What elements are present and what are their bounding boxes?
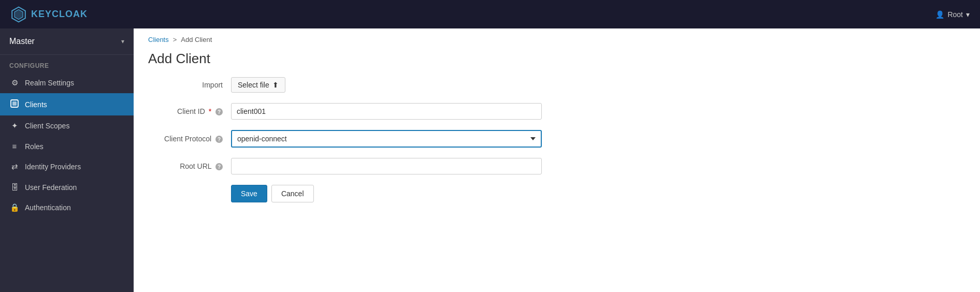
content-area: Clients > Add Client Add Client Import S… bbox=[134, 28, 980, 292]
sidebar-item-label: Clients bbox=[25, 100, 47, 109]
configure-label: Configure bbox=[0, 55, 134, 72]
form-buttons: Save Cancel bbox=[231, 185, 965, 202]
client-scopes-icon: ✦ bbox=[9, 121, 20, 130]
sidebar-item-clients[interactable]: Clients bbox=[0, 93, 134, 115]
breadcrumb: Clients > Add Client bbox=[134, 28, 980, 43]
client-protocol-select[interactable]: openid-connect saml bbox=[231, 130, 542, 148]
cancel-button[interactable]: Cancel bbox=[271, 185, 314, 202]
page-title: Add Client bbox=[134, 43, 980, 77]
select-file-button[interactable]: Select file ⬆ bbox=[231, 77, 285, 93]
client-protocol-help-icon[interactable]: ? bbox=[215, 136, 223, 143]
sidebar-item-label: User Federation bbox=[25, 183, 77, 192]
import-label: Import bbox=[148, 81, 231, 89]
roles-icon: ≡ bbox=[9, 142, 20, 151]
authentication-icon: 🔒 bbox=[9, 203, 20, 212]
sidebar-item-roles[interactable]: ≡ Roles bbox=[0, 136, 134, 156]
breadcrumb-separator: > bbox=[173, 36, 177, 43]
logo: KEYCLOAK bbox=[10, 6, 88, 23]
svg-rect-4 bbox=[12, 101, 17, 106]
sidebar-item-label: Authentication bbox=[25, 203, 71, 212]
client-id-label: Client ID * ? bbox=[148, 107, 231, 116]
root-url-row: Root URL ? bbox=[148, 158, 965, 174]
sidebar-item-client-scopes[interactable]: ✦ Client Scopes bbox=[0, 115, 134, 136]
client-id-help-icon[interactable]: ? bbox=[215, 108, 223, 115]
upload-icon: ⬆ bbox=[272, 81, 279, 89]
root-url-help-icon[interactable]: ? bbox=[215, 163, 223, 170]
user-icon: 👤 bbox=[935, 10, 944, 19]
sidebar-item-authentication[interactable]: 🔒 Authentication bbox=[0, 197, 134, 218]
breadcrumb-current: Add Client bbox=[181, 36, 212, 43]
sidebar-item-label: Client Scopes bbox=[25, 122, 69, 130]
main-layout: Master ▾ Configure ⚙ Realm Settings Clie… bbox=[0, 28, 980, 292]
realm-chevron-icon: ▾ bbox=[121, 38, 124, 45]
user-menu[interactable]: 👤 Root ▾ bbox=[935, 10, 970, 19]
sidebar-item-user-federation[interactable]: 🗄 User Federation bbox=[0, 177, 134, 197]
select-file-label: Select file bbox=[238, 81, 269, 89]
sidebar-item-label: Roles bbox=[25, 142, 44, 151]
clients-icon bbox=[9, 99, 20, 110]
realm-selector[interactable]: Master ▾ bbox=[0, 28, 134, 55]
client-id-row: Client ID * ? bbox=[148, 103, 965, 120]
logo-text: KEYCLOAK bbox=[31, 9, 88, 20]
sidebar-item-label: Identity Providers bbox=[25, 163, 81, 171]
root-url-label: Root URL ? bbox=[148, 162, 231, 171]
root-url-input[interactable] bbox=[231, 158, 542, 174]
realm-settings-icon: ⚙ bbox=[9, 78, 20, 87]
import-row: Import Select file ⬆ bbox=[148, 77, 965, 93]
sidebar-item-identity-providers[interactable]: ⇄ Identity Providers bbox=[0, 156, 134, 177]
user-chevron-icon: ▾ bbox=[966, 10, 970, 19]
client-protocol-label: Client Protocol ? bbox=[148, 135, 231, 143]
topnav: KEYCLOAK 👤 Root ▾ bbox=[0, 0, 980, 28]
save-button[interactable]: Save bbox=[231, 185, 267, 202]
user-federation-icon: 🗄 bbox=[9, 183, 20, 192]
client-id-required: * bbox=[209, 107, 211, 115]
form-area: Import Select file ⬆ Client ID * ? Clien… bbox=[134, 77, 980, 217]
keycloak-logo-icon bbox=[10, 6, 27, 23]
breadcrumb-parent[interactable]: Clients bbox=[148, 36, 169, 43]
sidebar-item-label: Realm Settings bbox=[25, 79, 74, 87]
realm-name: Master bbox=[9, 37, 35, 46]
client-id-input[interactable] bbox=[231, 103, 542, 120]
user-label: Root bbox=[947, 10, 963, 19]
client-protocol-row: Client Protocol ? openid-connect saml bbox=[148, 130, 965, 148]
identity-providers-icon: ⇄ bbox=[9, 162, 20, 171]
sidebar-item-realm-settings[interactable]: ⚙ Realm Settings bbox=[0, 72, 134, 93]
sidebar: Master ▾ Configure ⚙ Realm Settings Clie… bbox=[0, 28, 134, 292]
